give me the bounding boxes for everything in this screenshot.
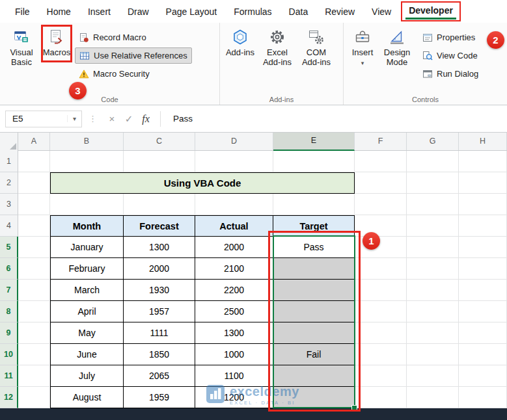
- cell-F6[interactable]: [355, 258, 407, 280]
- cell-A11[interactable]: [18, 365, 50, 387]
- row-header-7[interactable]: 7: [0, 280, 18, 301]
- cell-B12[interactable]: August: [50, 387, 124, 408]
- cell-E5[interactable]: Pass: [273, 237, 355, 258]
- cell-E6[interactable]: [273, 258, 355, 280]
- cell-F3[interactable]: [355, 194, 407, 215]
- excel-add-ins-button[interactable]: Excel Add-ins: [258, 26, 297, 70]
- use-relative-references-button[interactable]: Use Relative References: [75, 47, 192, 64]
- cell-A9[interactable]: [18, 322, 50, 344]
- design-mode-button[interactable]: Design Mode: [379, 26, 415, 70]
- enter-icon[interactable]: ✓: [120, 113, 137, 125]
- cell-D7[interactable]: 2200: [195, 280, 273, 301]
- cell-C5[interactable]: 1300: [124, 237, 195, 258]
- fill-handle[interactable]: [351, 405, 357, 411]
- cell-H8[interactable]: [459, 301, 507, 322]
- cell-F8[interactable]: [355, 301, 407, 322]
- cell-E12[interactable]: [273, 387, 355, 408]
- tab-formulas[interactable]: Formulas: [225, 2, 280, 21]
- cell-B8[interactable]: April: [50, 301, 124, 322]
- tab-page-layout[interactable]: Page Layout: [158, 2, 226, 21]
- row-header-6[interactable]: 6: [0, 258, 18, 280]
- row-header-12[interactable]: 12: [0, 387, 18, 408]
- cell-H5[interactable]: [459, 237, 507, 258]
- cell-F2[interactable]: [355, 172, 407, 194]
- cell-C10[interactable]: 1850: [124, 344, 195, 365]
- column-header-E[interactable]: E: [273, 133, 355, 151]
- cell-E11[interactable]: [273, 365, 355, 387]
- cell-B10[interactable]: June: [50, 344, 124, 365]
- column-header-B[interactable]: B: [50, 133, 124, 150]
- cell-B7[interactable]: March: [50, 280, 124, 301]
- cell-F9[interactable]: [355, 322, 407, 344]
- cell-D10[interactable]: 1000: [195, 344, 273, 365]
- cell-B11[interactable]: July: [50, 365, 124, 387]
- row-header-5[interactable]: 5: [0, 237, 18, 258]
- cell-C9[interactable]: 1111: [124, 322, 195, 344]
- cell-F12[interactable]: [355, 387, 407, 408]
- row-header-11[interactable]: 11: [0, 365, 18, 387]
- cell-C7[interactable]: 1930: [124, 280, 195, 301]
- cell-H10[interactable]: [459, 344, 507, 365]
- cell-H6[interactable]: [459, 258, 507, 280]
- cell-C11[interactable]: 2065: [124, 365, 195, 387]
- cell-A1[interactable]: [18, 151, 50, 172]
- cell-D3[interactable]: [195, 194, 273, 215]
- name-box[interactable]: E5 ▾: [5, 111, 82, 127]
- cell-H12[interactable]: [459, 387, 507, 408]
- tab-view[interactable]: View: [363, 2, 400, 21]
- cell-G10[interactable]: [407, 344, 459, 365]
- cell-G1[interactable]: [407, 151, 459, 172]
- cell-H11[interactable]: [459, 365, 507, 387]
- com-add-ins-button[interactable]: COM Add-ins: [297, 26, 336, 70]
- formula-input[interactable]: Pass: [167, 114, 193, 124]
- macro-security-button[interactable]: Macro Security: [75, 66, 192, 82]
- row-header-8[interactable]: 8: [0, 301, 18, 322]
- tab-file[interactable]: File: [7, 2, 38, 21]
- cell-G11[interactable]: [407, 365, 459, 387]
- cell-F1[interactable]: [355, 151, 407, 172]
- select-all-corner[interactable]: [0, 133, 18, 151]
- cell-E1[interactable]: [273, 151, 355, 172]
- cell-C3[interactable]: [124, 194, 195, 215]
- cell-G12[interactable]: [407, 387, 459, 408]
- run-dialog-button[interactable]: Run Dialog: [418, 66, 482, 82]
- cell-F7[interactable]: [355, 280, 407, 301]
- tab-data[interactable]: Data: [281, 2, 317, 21]
- cell-B1[interactable]: [50, 151, 124, 172]
- cell-H1[interactable]: [459, 151, 507, 172]
- cell-F11[interactable]: [355, 365, 407, 387]
- cell-C6[interactable]: 2000: [124, 258, 195, 280]
- tab-review[interactable]: Review: [316, 2, 363, 21]
- formula-bar-splitter[interactable]: ⋮: [89, 114, 97, 124]
- insert-control-button[interactable]: Insert ▾: [346, 26, 379, 69]
- cell-C1[interactable]: [124, 151, 195, 172]
- cell-F4[interactable]: [355, 215, 407, 237]
- cell-C8[interactable]: 1957: [124, 301, 195, 322]
- view-code-button[interactable]: View Code: [418, 47, 482, 64]
- cell-A3[interactable]: [18, 194, 50, 215]
- column-header-A[interactable]: A: [18, 133, 50, 150]
- name-box-dropdown-icon[interactable]: ▾: [67, 115, 81, 122]
- row-header-9[interactable]: 9: [0, 322, 18, 344]
- cell-D1[interactable]: [195, 151, 273, 172]
- cell-G9[interactable]: [407, 322, 459, 344]
- cell-D12[interactable]: 1200: [195, 387, 273, 408]
- cancel-icon[interactable]: ×: [103, 113, 120, 124]
- cell-A4[interactable]: [18, 215, 50, 237]
- cell-D9[interactable]: 1300: [195, 322, 273, 344]
- column-header-G[interactable]: G: [407, 133, 459, 150]
- cell-B9[interactable]: May: [50, 322, 124, 344]
- cell-B4[interactable]: Month: [50, 215, 124, 237]
- cell-G3[interactable]: [407, 194, 459, 215]
- insert-function-icon[interactable]: fx: [137, 113, 154, 125]
- row-header-4[interactable]: 4: [0, 215, 18, 237]
- tab-home[interactable]: Home: [38, 2, 79, 21]
- tab-developer[interactable]: Developer: [401, 1, 461, 21]
- column-header-H[interactable]: H: [459, 133, 507, 150]
- cell-D11[interactable]: 1100: [195, 365, 273, 387]
- cell-A10[interactable]: [18, 344, 50, 365]
- tab-draw[interactable]: Draw: [119, 2, 158, 21]
- cell-G5[interactable]: [407, 237, 459, 258]
- tab-insert[interactable]: Insert: [79, 2, 119, 21]
- cell-E8[interactable]: [273, 301, 355, 322]
